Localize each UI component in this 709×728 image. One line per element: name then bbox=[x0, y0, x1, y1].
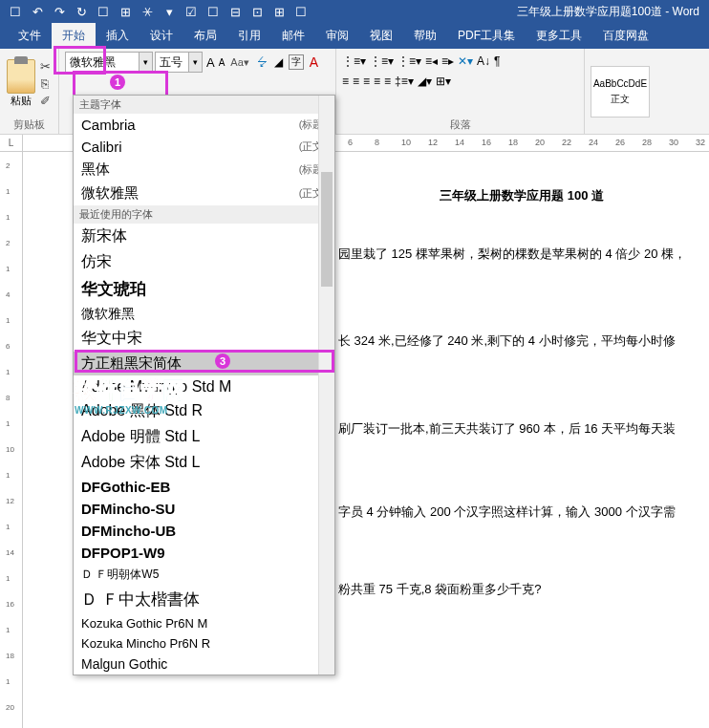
tab-审阅[interactable]: 审阅 bbox=[315, 23, 359, 49]
cut-icon[interactable]: ✂ bbox=[37, 59, 53, 75]
distributed-button[interactable]: ≡ bbox=[384, 75, 391, 88]
borders-button[interactable]: ⊞▾ bbox=[436, 75, 451, 88]
font-option[interactable]: 华文中宋 bbox=[74, 326, 334, 352]
qat-button[interactable]: ↶ bbox=[28, 2, 47, 21]
show-marks-button[interactable]: ¶ bbox=[494, 54, 500, 68]
style-name: 正文 bbox=[611, 93, 630, 106]
qat-button[interactable]: ☐ bbox=[291, 2, 311, 21]
justify-button[interactable]: ≡ bbox=[374, 75, 380, 88]
tab-开始[interactable]: 开始 bbox=[52, 23, 96, 49]
format-painter-icon[interactable]: ✐ bbox=[37, 94, 53, 109]
tab-文件[interactable]: 文件 bbox=[8, 23, 52, 49]
tab-帮助[interactable]: 帮助 bbox=[403, 23, 447, 49]
multilevel-button[interactable]: ⋮≡▾ bbox=[397, 54, 421, 68]
dropdown-scrollbar[interactable] bbox=[318, 96, 334, 674]
tab-更多工具[interactable]: 更多工具 bbox=[526, 23, 592, 49]
numbering-button[interactable]: ⋮≡▾ bbox=[370, 54, 394, 68]
font-option[interactable]: Calibri(正文) bbox=[74, 136, 334, 158]
clear-format-button[interactable]: ◢ bbox=[274, 55, 283, 69]
font-option[interactable]: Adobe 黑体 Std R bbox=[74, 398, 334, 424]
section-theme-fonts: 主题字体 bbox=[74, 96, 334, 114]
font-option[interactable]: 仿宋 bbox=[74, 249, 334, 275]
font-option[interactable]: Adobe 宋体 Std L bbox=[74, 450, 334, 476]
clipboard-group-label: 剪贴板 bbox=[6, 116, 53, 132]
vertical-ruler: 2112141618110112114116118120122 bbox=[0, 152, 23, 728]
clipboard-icon bbox=[7, 59, 35, 94]
align-left-button[interactable]: ≡ bbox=[342, 75, 349, 88]
qat-button[interactable]: ☐ bbox=[6, 2, 25, 21]
font-option[interactable]: Adobe 明體 Std L bbox=[74, 424, 334, 450]
phonetic-guide-button[interactable]: ⭍ bbox=[255, 54, 269, 70]
font-option[interactable]: 微软雅黑(正文) bbox=[74, 182, 334, 205]
increase-indent-button[interactable]: ≡▸ bbox=[441, 54, 454, 68]
paragraph-group-label: 段落 bbox=[342, 116, 578, 132]
shading-button[interactable]: ◢▾ bbox=[418, 75, 432, 88]
titlebar: ☐↶↷↻☐⊞⚹▾☑☐⊟⊡⊞☐ 三年级上册数学应用题100道 - Word bbox=[0, 0, 709, 23]
font-option[interactable]: Ｄ Ｆ明朝体W5 bbox=[74, 564, 334, 586]
font-option[interactable]: DFMincho-SU bbox=[74, 498, 334, 520]
qat-button[interactable]: ☐ bbox=[94, 2, 113, 21]
tab-百度网盘[interactable]: 百度网盘 bbox=[592, 23, 659, 49]
quick-access-toolbar: ☐↶↷↻☐⊞⚹▾☑☐⊟⊡⊞☐ bbox=[6, 2, 311, 21]
document-title: 三年级上册数学应用题100道 - Word bbox=[311, 4, 703, 20]
font-dropdown-panel: 主题字体 Cambria(标题)Calibri(正文)黑体(标题)微软雅黑(正文… bbox=[73, 95, 335, 675]
font-option[interactable]: DFPOP1-W9 bbox=[74, 542, 334, 564]
style-preview-text: AaBbCcDdE bbox=[593, 78, 647, 89]
qat-button[interactable]: ☑ bbox=[182, 2, 201, 21]
font-option[interactable]: 方正粗黑宋简体 bbox=[74, 352, 334, 375]
font-size-dropdown[interactable]: ▾ bbox=[189, 52, 203, 73]
font-option[interactable]: DFMincho-UB bbox=[74, 520, 334, 542]
tab-PDF工具集[interactable]: PDF工具集 bbox=[447, 23, 526, 49]
qat-button[interactable]: ▾ bbox=[160, 2, 179, 21]
font-option[interactable]: 微软雅黑 bbox=[74, 303, 334, 326]
align-center-button[interactable]: ≡ bbox=[353, 75, 359, 88]
qat-button[interactable]: ↻ bbox=[72, 2, 91, 21]
font-option[interactable]: Cambria(标题) bbox=[74, 114, 334, 136]
copy-icon[interactable]: ⎘ bbox=[37, 76, 53, 92]
paste-button[interactable]: 粘贴 bbox=[6, 59, 35, 108]
decrease-indent-button[interactable]: ≡◂ bbox=[425, 54, 438, 68]
tab-引用[interactable]: 引用 bbox=[227, 23, 271, 49]
shrink-font-button[interactable]: A bbox=[219, 57, 226, 68]
font-size-input[interactable]: 五号 bbox=[155, 52, 189, 73]
font-option[interactable]: 黑体(标题) bbox=[74, 158, 334, 182]
font-option[interactable]: 新宋体 bbox=[74, 224, 334, 249]
circle-char-button[interactable]: A bbox=[310, 54, 318, 70]
change-case-button[interactable]: Aa▾ bbox=[230, 56, 248, 69]
char-border-button[interactable]: 字 bbox=[289, 54, 304, 70]
section-recent-fonts: 最近使用的字体 bbox=[74, 205, 334, 224]
ruler-corner: L bbox=[0, 135, 23, 151]
font-option[interactable]: Adobe Myungjo Std M bbox=[74, 375, 334, 398]
tab-布局[interactable]: 布局 bbox=[183, 23, 227, 49]
line-spacing-button[interactable]: ‡≡▾ bbox=[395, 75, 414, 88]
style-normal[interactable]: AaBbCcDdE 正文 bbox=[591, 66, 650, 118]
bullets-button[interactable]: ⋮≡▾ bbox=[342, 54, 366, 68]
font-option[interactable]: Malgun Gothic bbox=[74, 653, 334, 674]
font-option[interactable]: Kozuka Mincho Pr6N R bbox=[74, 633, 334, 653]
qat-button[interactable]: ↷ bbox=[50, 2, 69, 21]
tab-插入[interactable]: 插入 bbox=[96, 23, 140, 49]
font-option[interactable]: DFGothic-EB bbox=[74, 476, 334, 498]
font-name-dropdown[interactable]: ▾ bbox=[140, 52, 153, 73]
text-direction-button[interactable]: ✕▾ bbox=[458, 54, 473, 68]
annotation-badge-3: 3 bbox=[215, 353, 230, 369]
annotation-badge-1: 1 bbox=[110, 75, 125, 90]
ribbon-tabs: 文件开始插入设计布局引用邮件审阅视图帮助PDF工具集更多工具百度网盘 bbox=[0, 23, 709, 49]
tab-邮件[interactable]: 邮件 bbox=[271, 23, 315, 49]
qat-button[interactable]: ⚹ bbox=[138, 2, 157, 21]
grow-font-button[interactable]: A bbox=[206, 55, 215, 70]
sort-button[interactable]: A↓ bbox=[477, 54, 490, 68]
tab-设计[interactable]: 设计 bbox=[140, 23, 183, 49]
qat-button[interactable]: ⊟ bbox=[226, 2, 245, 21]
qat-button[interactable]: ☐ bbox=[204, 2, 223, 21]
qat-button[interactable]: ⊞ bbox=[116, 2, 135, 21]
font-name-input[interactable]: 微软雅黑 bbox=[65, 52, 140, 73]
font-option[interactable]: Kozuka Gothic Pr6N M bbox=[74, 613, 334, 633]
qat-button[interactable]: ⊞ bbox=[269, 2, 289, 21]
font-option[interactable]: Ｄ Ｆ中太楷書体 bbox=[74, 586, 334, 613]
qat-button[interactable]: ⊡ bbox=[247, 2, 267, 21]
paste-label: 粘贴 bbox=[11, 94, 32, 108]
tab-视图[interactable]: 视图 bbox=[359, 23, 403, 49]
align-right-button[interactable]: ≡ bbox=[363, 75, 370, 88]
font-option[interactable]: 华文琥珀 bbox=[74, 275, 334, 303]
